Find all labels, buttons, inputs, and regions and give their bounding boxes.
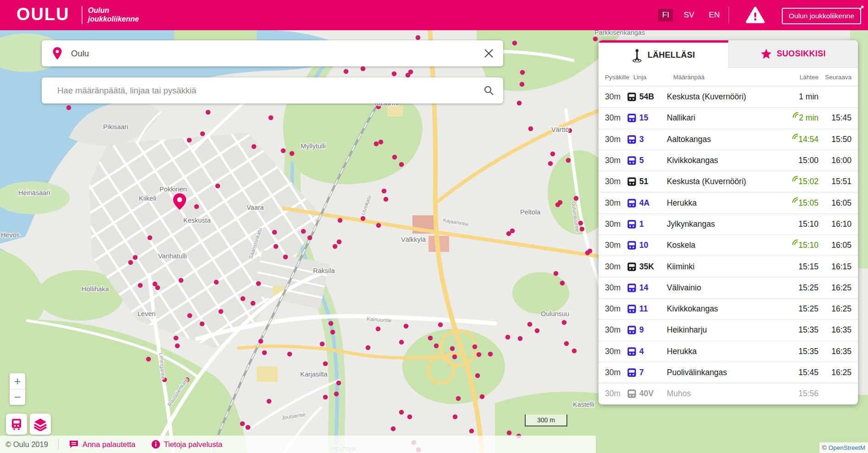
bus-stop-dot[interactable] bbox=[477, 352, 482, 357]
bus-stop-dot[interactable] bbox=[438, 322, 443, 327]
tab-favorites[interactable]: SUOSIKKISI bbox=[728, 40, 858, 68]
bus-stop-dot[interactable] bbox=[214, 280, 219, 285]
departure-row[interactable]: 30m 3 Aaltokangas 14:54 bbox=[599, 129, 858, 150]
bus-stop-dot[interactable] bbox=[338, 218, 343, 223]
bus-stop-dot[interactable] bbox=[281, 148, 286, 153]
bus-stop-dot[interactable] bbox=[566, 158, 571, 163]
bus-stop-dot[interactable] bbox=[376, 327, 381, 332]
bus-stop-dot[interactable] bbox=[453, 415, 458, 420]
bus-stop-dot[interactable] bbox=[194, 204, 199, 209]
bus-stop-dot[interactable] bbox=[472, 344, 478, 349]
bus-stop-dot[interactable] bbox=[344, 69, 349, 74]
bus-stop-dot[interactable] bbox=[392, 155, 397, 160]
bus-stop-dot[interactable] bbox=[219, 309, 224, 314]
bus-stop-dot[interactable] bbox=[527, 322, 533, 327]
bus-stop-dot[interactable] bbox=[434, 344, 439, 349]
bus-stop-dot[interactable] bbox=[128, 260, 133, 265]
bus-stop-dot[interactable] bbox=[256, 281, 261, 286]
bus-stop-dot[interactable] bbox=[187, 313, 192, 318]
bus-stop-dot[interactable] bbox=[283, 255, 288, 260]
bus-stop-dot[interactable] bbox=[240, 421, 245, 426]
lang-sv[interactable]: SV bbox=[680, 9, 698, 22]
bus-stop-dot[interactable] bbox=[475, 373, 480, 378]
bus-stop-dot[interactable] bbox=[593, 37, 598, 42]
bus-stop-dot[interactable] bbox=[308, 235, 313, 240]
bus-stop-dot[interactable] bbox=[262, 350, 267, 355]
layers-button[interactable] bbox=[30, 414, 51, 435]
bus-stop-dot[interactable] bbox=[336, 381, 341, 386]
osm-link[interactable]: OpenStreetM bbox=[829, 444, 865, 451]
bus-stop-dot[interactable] bbox=[333, 244, 338, 249]
bus-stop-dot[interactable] bbox=[520, 70, 525, 75]
bus-stop-dot[interactable] bbox=[206, 110, 211, 115]
bus-stop-dot[interactable] bbox=[175, 344, 180, 349]
bus-stop-dot[interactable] bbox=[469, 429, 474, 434]
bus-stop-dot[interactable] bbox=[146, 357, 151, 362]
bus-stop-dot[interactable] bbox=[320, 342, 325, 347]
tab-nearby[interactable]: LÄHELLÄSI bbox=[599, 40, 728, 68]
bus-stop-dot[interactable] bbox=[366, 345, 371, 350]
bus-stop-dot[interactable] bbox=[200, 131, 205, 136]
bus-stop-dot[interactable] bbox=[564, 341, 569, 346]
bus-stop-dot[interactable] bbox=[528, 126, 533, 131]
bus-stop-dot[interactable] bbox=[505, 335, 511, 340]
bus-stop-dot[interactable] bbox=[330, 330, 335, 335]
bus-stop-dot[interactable] bbox=[392, 71, 397, 76]
zoom-out-button[interactable]: − bbox=[10, 389, 25, 405]
about-service-link[interactable]: Tietoja palvelusta bbox=[151, 440, 223, 449]
departure-row[interactable]: 30m 40V Muhos 15:56 bbox=[599, 383, 858, 404]
bus-stop-dot[interactable] bbox=[361, 66, 366, 71]
bus-stop-dot[interactable] bbox=[399, 162, 404, 167]
bus-stop-dot[interactable] bbox=[215, 184, 220, 189]
departure-row[interactable]: 30m 35K Kiiminki 15:15 bbox=[599, 256, 858, 277]
departure-row[interactable]: 30m 4A Herukka 15:05 bbox=[599, 192, 858, 213]
bus-stop-dot[interactable] bbox=[246, 425, 251, 430]
bus-stop-dot[interactable] bbox=[382, 189, 387, 194]
departure-row[interactable]: 30m 5 Kivikkokangas 15:00 bbox=[599, 150, 858, 171]
departure-row[interactable]: 30m 7 Puolivälinkangas 15:45 bbox=[599, 362, 858, 383]
departure-row[interactable]: 30m 9 Heikinharju 15:35 bbox=[599, 319, 858, 340]
bus-stop-dot[interactable] bbox=[267, 399, 272, 404]
bus-stop-dot[interactable] bbox=[287, 352, 292, 357]
bus-stop-dot[interactable] bbox=[174, 336, 179, 341]
bus-stop-dot[interactable] bbox=[66, 105, 71, 110]
bus-stop-dot[interactable] bbox=[391, 426, 396, 431]
bus-stop-dot[interactable] bbox=[480, 394, 485, 399]
bus-stop-dot[interactable] bbox=[456, 396, 461, 401]
departure-row[interactable]: 30m 15 Nallikari 2 min bbox=[599, 107, 858, 128]
bus-stop-dot[interactable] bbox=[334, 392, 339, 397]
bus-stop-dot[interactable] bbox=[399, 340, 404, 345]
bus-stop-dot[interactable] bbox=[138, 283, 143, 288]
departure-row[interactable]: 30m 11 Kivikkokangas 15:25 bbox=[599, 298, 858, 319]
lang-fi[interactable]: FI bbox=[658, 9, 673, 22]
external-site-button[interactable]: Oulun joukkoliikenne ↗ bbox=[782, 8, 861, 24]
bus-stop-dot[interactable] bbox=[558, 200, 563, 205]
bus-stop-dot[interactable] bbox=[416, 35, 421, 40]
departure-row[interactable]: 30m 10 Koskela 15:10 bbox=[599, 235, 858, 256]
bus-stop-dot[interactable] bbox=[337, 240, 342, 245]
alerts-button[interactable] bbox=[745, 6, 765, 24]
lang-en[interactable]: EN bbox=[705, 9, 724, 22]
bus-stop-dot[interactable] bbox=[258, 339, 264, 344]
bus-stop-dot[interactable] bbox=[155, 285, 160, 290]
bus-stop-dot[interactable] bbox=[452, 355, 457, 360]
bus-stop-dot[interactable] bbox=[274, 244, 279, 249]
bus-stop-dot[interactable] bbox=[323, 395, 328, 400]
bus-stop-dot[interactable] bbox=[518, 336, 523, 341]
origin-input[interactable] bbox=[70, 48, 483, 59]
feedback-link[interactable]: Anna palautetta bbox=[69, 440, 136, 449]
bus-stop-dot[interactable] bbox=[517, 101, 522, 106]
departure-row[interactable]: 30m 14 Välivainio 15:25 bbox=[599, 277, 858, 298]
bus-stop-dot[interactable] bbox=[329, 321, 334, 326]
bus-stop-dot[interactable] bbox=[361, 216, 366, 221]
bus-stop-dot[interactable] bbox=[404, 324, 409, 329]
bus-stop-dot[interactable] bbox=[399, 410, 404, 415]
clear-origin-button[interactable] bbox=[483, 48, 494, 59]
bus-stop-dot[interactable] bbox=[562, 320, 567, 325]
bus-stop-dot[interactable] bbox=[301, 229, 306, 234]
bus-stop-dot[interactable] bbox=[323, 361, 328, 366]
bus-stop-dot[interactable] bbox=[200, 322, 205, 327]
bus-stop-dot[interactable] bbox=[550, 152, 555, 157]
bus-stop-dot[interactable] bbox=[507, 431, 512, 436]
bus-stop-dot[interactable] bbox=[512, 41, 517, 46]
